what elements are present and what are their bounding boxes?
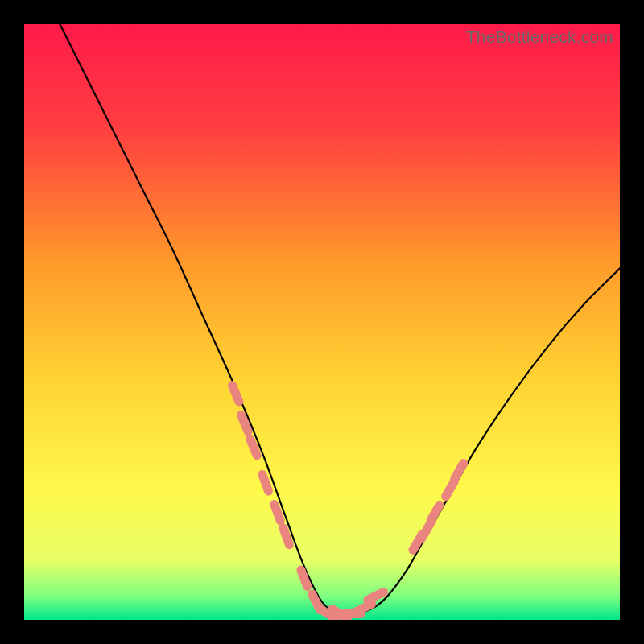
chart-frame: TheBottleneck.com [24,24,620,620]
chart-svg [24,24,620,620]
marker-point [275,504,281,521]
marker-point [301,570,308,587]
watermark-label: TheBottleneck.com [466,27,613,47]
marker-point [262,474,269,491]
marker-point [283,528,290,545]
marker-point [242,415,248,431]
marker-point [232,386,238,402]
marker-point [250,439,257,455]
chart-background [24,24,620,620]
